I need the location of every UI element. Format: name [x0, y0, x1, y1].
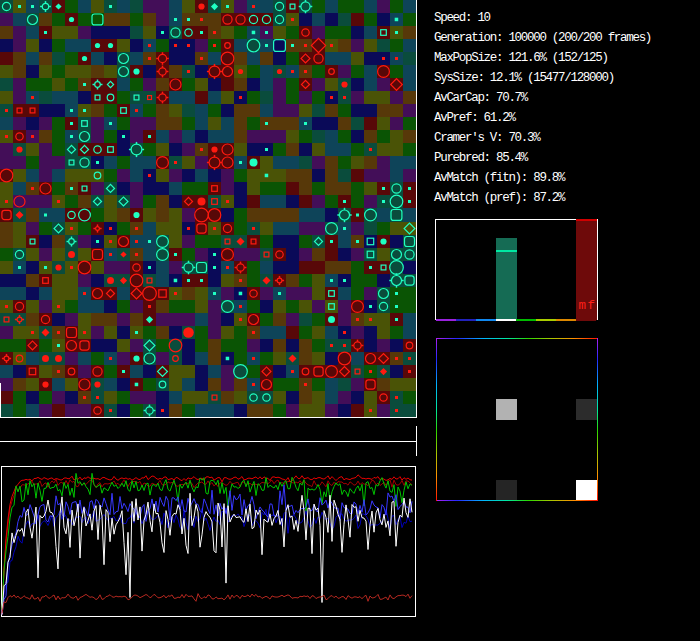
svg-text:SysSize: 12.1% (15477/128000): SysSize: 12.1% (15477/128000) [434, 71, 614, 85]
svg-text:AvMatch (fitn): 89.8%: AvMatch (fitn): 89.8% [434, 171, 566, 185]
svg-text:AvPref: 61.2%: AvPref: 61.2% [434, 111, 516, 125]
svg-text:Speed: 10: Speed: 10 [434, 11, 491, 25]
svg-text:Generation: 100000 (200/200 fr: Generation: 100000 (200/200 frames) [434, 31, 651, 45]
svg-text:f: f [588, 299, 596, 313]
svg-text:AvCarCap: 70.7%: AvCarCap: 70.7% [434, 91, 529, 105]
svg-text:MaxPopSize: 121.6% (152/125): MaxPopSize: 121.6% (152/125) [434, 51, 608, 65]
svg-text:m: m [579, 299, 587, 313]
svg-text:Purebred: 85.4%: Purebred: 85.4% [434, 151, 529, 165]
svg-text:AvMatch (pref): 87.2%: AvMatch (pref): 87.2% [434, 191, 566, 205]
svg-text:Cramer's V: 70.3%: Cramer's V: 70.3% [434, 131, 541, 145]
